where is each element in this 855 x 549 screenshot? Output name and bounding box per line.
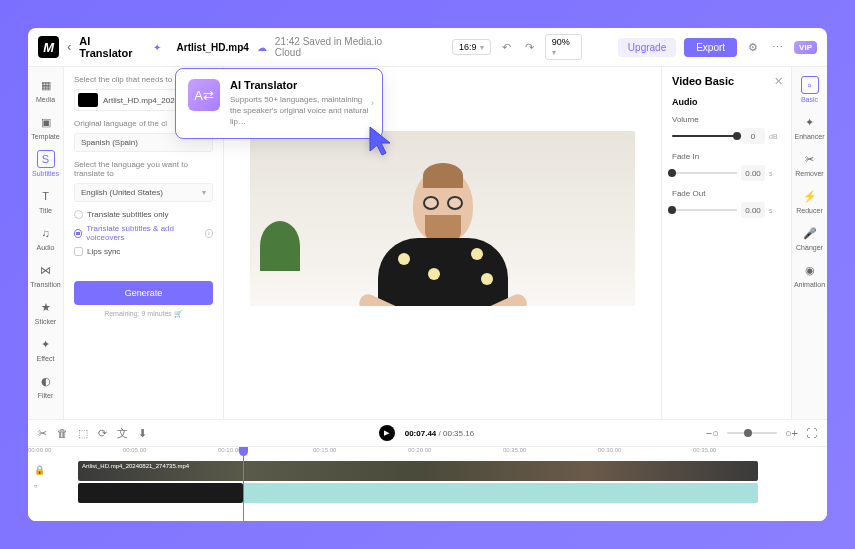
aspect-ratio-select[interactable]: 16:9 ▾ [452,39,491,55]
tooltip-title: AI Translator [230,79,370,91]
sticker-icon: ★ [37,298,55,316]
nav-template[interactable]: ▣Template [28,108,63,145]
template-icon: ▣ [37,113,55,131]
timeline-toolbar: ✂ 🗑 ⬚ ⟳ 文 ⬇ ▶ 00:07.44 / 00:35.16 −○ ○+ … [28,419,827,446]
animation-icon: ◉ [801,261,819,279]
fadeout-label: Fade Out [672,189,781,198]
redo-button[interactable]: ↷ [522,41,537,54]
download-icon[interactable]: ⬇ [138,427,147,440]
video-track[interactable]: Artlist_HD.mp4_20240821_274735.mp4 [78,461,827,481]
video-segment: Artlist_HD.mp4_20240821_274735.mp4 [78,461,758,481]
time-ruler[interactable]: 00:00.0000:05.0000:10.0000:15.0000:20.00… [28,447,827,461]
nav-effect[interactable]: ✦Effect [28,330,63,367]
tooltip-desc: Supports 50+ languages, maintaining the … [230,94,370,128]
subtitles-icon: S [37,150,55,168]
nav-transition[interactable]: ⋈Transition [28,256,63,293]
generate-button[interactable]: Generate [74,281,213,305]
remaining-label: Remaining: 9 minutes 🛒 [74,310,213,318]
sparkle-icon: ✦ [153,42,161,53]
lock-icon[interactable]: 🔒 [34,465,45,475]
translate-icon[interactable]: 文 [117,426,128,441]
filter-icon: ◐ [37,372,55,390]
rnav-animation[interactable]: ◉Animation [792,256,827,293]
reducer-icon: ⚡ [801,187,819,205]
fit-icon[interactable]: ⛶ [806,427,817,439]
cursor-pointer [368,125,396,161]
fadein-label: Fade In [672,152,781,161]
crop-icon[interactable]: ⬚ [78,427,88,440]
chevron-right-icon[interactable]: › [371,98,374,108]
time-display: 00:07.44 / 00:35.16 [405,429,474,438]
right-sidebar: ▫Basic ✦Enhancer ✂Remover ⚡Reducer 🎤Chan… [791,67,827,419]
translator-icon: A⇄ [188,79,220,111]
option-subtitles-voiceover[interactable]: Translate subtitles & add voiceoversi [74,224,213,242]
nav-sticker[interactable]: ★Sticker [28,293,63,330]
effect-icon: ✦ [37,335,55,353]
back-button[interactable]: ‹ [67,40,71,54]
rnav-basic[interactable]: ▫Basic [792,71,827,108]
zoom-select[interactable]: 90% ▾ [545,34,583,60]
rnav-remover[interactable]: ✂Remover [792,145,827,182]
title-icon: T [37,187,55,205]
zoom-out-icon[interactable]: −○ [706,427,719,439]
changer-icon: 🎤 [801,224,819,242]
undo-button[interactable]: ↶ [499,41,514,54]
logo[interactable]: M [38,36,59,58]
page-title: AI Translator [79,35,144,59]
upgrade-button[interactable]: Upgrade [618,38,676,57]
track-video-icon[interactable]: ▫ [34,481,45,491]
play-button[interactable]: ▶ [379,425,395,441]
audio-icon: ♫ [37,224,55,242]
volume-value[interactable]: 0 [741,128,765,144]
rnav-enhancer[interactable]: ✦Enhancer [792,108,827,145]
media-icon: ▦ [37,76,55,94]
ai-translator-tooltip[interactable]: A⇄ AI Translator Supports 50+ languages,… [175,68,383,139]
nav-audio[interactable]: ♫Audio [28,219,63,256]
remover-icon: ✂ [801,150,819,168]
fadein-slider[interactable] [672,172,737,174]
left-sidebar: ▦Media ▣Template SSubtitles TTitle ♫Audi… [28,67,64,419]
saved-status: 21:42 Saved in Media.io Cloud [275,36,407,58]
audio-track[interactable] [78,483,827,503]
nav-filter[interactable]: ◐Filter [28,367,63,404]
fadeout-value[interactable]: 0.00 [741,202,765,218]
target-lang-select[interactable]: English (United States)▾ [74,183,213,202]
export-button[interactable]: Export [684,38,737,57]
volume-label: Volume [672,115,781,124]
volume-slider[interactable] [672,135,737,137]
zoom-in-icon[interactable]: ○+ [785,427,798,439]
rnav-reducer[interactable]: ⚡Reducer [792,182,827,219]
zoom-slider[interactable] [727,432,777,434]
audio-segment-2 [243,483,758,503]
audio-segment-1 [78,483,243,503]
nav-media[interactable]: ▦Media [28,71,63,108]
close-icon[interactable]: ✕ [774,75,783,88]
audio-section-label: Audio [672,97,781,107]
delete-icon[interactable]: 🗑 [57,427,68,439]
panel-title: Video Basic [672,75,781,87]
more-icon[interactable]: ⋯ [769,41,786,54]
option-subtitles-only[interactable]: Translate subtitles only [74,210,213,219]
clip-thumbnail [78,93,98,107]
cloud-icon: ☁ [257,42,267,53]
app-header: M ‹ AI Translator ✦ Artlist_HD.mp4 ☁ 21:… [28,28,827,67]
transition-icon: ⋈ [37,261,55,279]
vip-badge[interactable]: VIP [794,41,817,54]
option-lips-sync[interactable]: Lips sync [74,247,213,256]
info-icon[interactable]: i [205,229,213,238]
nav-subtitles[interactable]: SSubtitles [28,145,63,182]
filename[interactable]: Artlist_HD.mp4 [177,42,249,53]
enhancer-icon: ✦ [801,113,819,131]
speed-icon[interactable]: ⟳ [98,427,107,440]
cut-icon[interactable]: ✂ [38,427,47,440]
fadeout-slider[interactable] [672,209,737,211]
timeline[interactable]: 🔒 ▫ 00:00.0000:05.0000:10.0000:15.0000:2… [28,446,827,521]
nav-title[interactable]: TTitle [28,182,63,219]
fadein-value[interactable]: 0.00 [741,165,765,181]
rnav-changer[interactable]: 🎤Changer [792,219,827,256]
basic-icon: ▫ [801,76,819,94]
properties-panel: ✕ Video Basic Audio Volume 0 dB Fade In … [661,67,791,419]
playhead[interactable] [243,447,244,521]
target-lang-label: Select the language you want to translat… [74,160,213,178]
settings-icon[interactable]: ⚙ [745,41,761,54]
